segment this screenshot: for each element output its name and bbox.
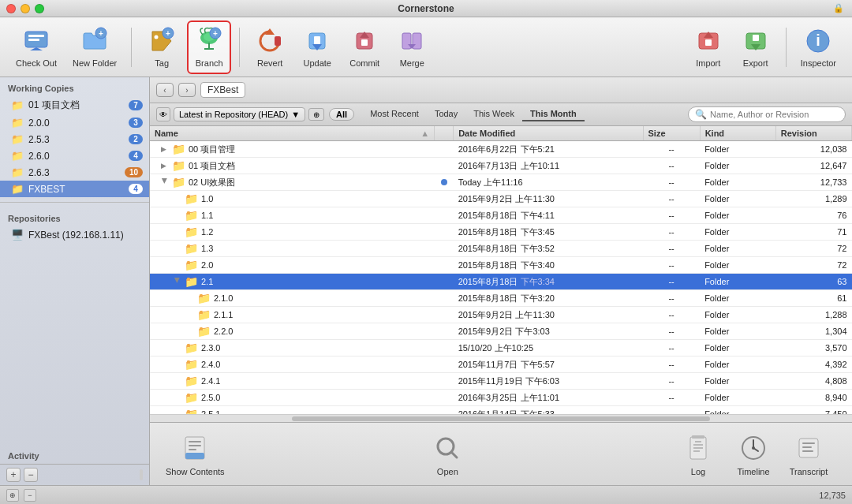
svg-line-38 [451,452,457,457]
dot-cell [435,207,454,224]
file-name-text: 2.0 [201,260,213,270]
filter-tabs: Most Recent Today This Week This Month [362,107,585,121]
sidebar-item-label: 2.0.0 [28,118,124,129]
table-row[interactable]: 📁1.12015年8月18日 下午4:11--Folder76 [150,207,852,224]
transcript-label: Transcript [790,467,828,476]
table-row[interactable]: 📁2.1.02015年8月18日 下午3:20--Folder61 [150,290,852,307]
show-contents-button[interactable]: Show Contents [166,432,225,476]
toolbar-commit[interactable]: Commit [342,22,387,73]
expand-arrow[interactable]: ▶ [161,145,169,153]
size-cell: -- [643,307,700,323]
toolbar-branch[interactable]: + Branch [187,21,231,74]
table-row[interactable]: 📁2.5.02016年3月25日 上午11:01--Folder8,940 [150,390,852,406]
table-row[interactable]: 📁2.5.12016年1月14日 下午5:33--Folder7,450 [150,406,852,415]
table-row[interactable]: 📁2.2.02015年9月2日 下午3:03--Folder1,304 [150,323,852,340]
sidebar-item-fxbest[interactable]: 📁 FXBEST 4 [0,181,149,197]
expand-arrow[interactable]: ▶ [174,278,181,286]
table-row[interactable]: 📁2.02015年8月18日 下午3:40--Folder72 [150,257,852,274]
kind-cell: Folder [700,307,775,323]
date-value: 2015年8月18日 [458,227,518,237]
branch-action-button[interactable]: ⊕ [308,108,324,121]
table-row[interactable]: ▶📁01 项目文档2016年7月13日 上午10:11--Folder12,64… [150,158,852,174]
minimize-button[interactable] [21,4,30,13]
add-button[interactable]: + [6,468,21,482]
status-remove-button[interactable]: − [24,489,36,502]
sidebar-item-260[interactable]: 📁 2.6.0 4 [0,147,149,164]
toolbar-inspector[interactable]: i Inspector [794,22,843,73]
date-cell: 2015年9月2日 上午11:30 [454,191,643,207]
maximize-button[interactable] [35,4,44,13]
branch-selector[interactable]: Latest in Repository (HEAD) ▼ [174,107,305,121]
expand-arrow[interactable]: ▶ [161,162,169,170]
sidebar-item-263[interactable]: 📁 2.6.3 10 [0,164,149,181]
table-row[interactable]: 📁2.4.02015年11月7日 下午5:57--Folder4,392 [150,357,852,373]
toolbar-checkout[interactable]: Check Out [9,22,63,73]
toolbar-tag[interactable]: + Tag [140,22,184,73]
col-kind[interactable]: Kind [700,126,775,141]
dot-cell [435,141,454,158]
table-row[interactable]: 📁2.1.12015年9月2日 上午11:30--Folder1,288 [150,307,852,323]
time-value: 下午4:11 [521,211,555,220]
transcript-button[interactable]: Transcript [781,432,836,476]
date-cell: 2016年3月25日 上午11:01 [454,390,643,406]
toolbar-import[interactable]: Import [686,22,731,73]
toolbar-update[interactable]: Update [295,22,339,73]
toolbar-revert[interactable]: Revert [248,22,292,73]
table-row[interactable]: ▶📁02 UI效果图Today 上午11:16--Folder12,733 [150,174,852,191]
date-cell: 2015年8月18日 下午3:20 [454,290,643,307]
all-filter-button[interactable]: All [329,108,354,121]
table-row[interactable]: 📁1.02015年9月2日 上午11:30--Folder1,289 [150,191,852,207]
timeline-button[interactable]: Timeline [726,432,781,476]
forward-button[interactable]: › [178,83,196,97]
kind-cell: Folder [700,257,775,274]
file-table-container[interactable]: Name ▲ Date Modified Size Kind Revision … [150,126,852,414]
search-input[interactable] [710,110,839,119]
show-contents-icon [179,432,211,464]
toolbar-sep-3 [786,28,787,67]
table-row[interactable]: ▶📁2.12015年8月18日 下午3:34--Folder63 [150,274,852,290]
file-name-cell: 📁2.4.0 [150,357,435,373]
scroll-bar[interactable] [150,414,852,422]
col-date[interactable]: Date Modified [454,126,643,141]
dot-cell [435,373,454,390]
col-size[interactable]: Size [643,126,700,141]
status-add-button[interactable]: ⊕ [6,489,19,502]
folder-icon: 📁 [185,192,198,205]
sidebar-item-01-docs[interactable]: 📁 01 项目文档 7 [0,96,149,114]
sidebar-item-200[interactable]: 📁 2.0.0 3 [0,114,149,131]
table-row[interactable]: 📁1.32015年8月18日 下午3:52--Folder72 [150,241,852,257]
log-button[interactable]: Log [671,432,726,476]
dot-cell [435,323,454,340]
file-name-cell: 📁2.2.0 [150,323,435,340]
col-name[interactable]: Name ▲ [150,126,435,141]
close-button[interactable] [6,4,16,13]
folder-icon: 📁 [11,99,24,111]
open-button[interactable]: Open [420,432,475,476]
table-row[interactable]: 📁1.22015年8月18日 下午3:45--Folder71 [150,224,852,241]
tab-this-week[interactable]: This Week [465,107,522,121]
tab-today[interactable]: Today [427,107,465,121]
remove-button[interactable]: − [24,468,38,482]
table-row[interactable]: 📁2.3.015/10/20 上午10:25--Folder3,570 [150,340,852,357]
svg-rect-17 [314,36,320,44]
resize-handle[interactable] [140,469,143,480]
log-icon [682,432,714,464]
table-row[interactable]: ▶📁00 项目管理2016年6月22日 下午5:21--Folder12,038 [150,141,852,158]
toolbar-merge[interactable]: Merge [390,22,434,73]
folder-icon: 📁 [172,159,185,172]
kind-cell: Folder [700,141,775,158]
expand-arrow[interactable]: ▶ [161,178,169,186]
dot-cell [435,158,454,174]
tab-this-month[interactable]: This Month [522,107,585,121]
toolbar-export[interactable]: Export [734,22,778,73]
toolbar-new-folder[interactable]: + New Folder [66,22,123,73]
eye-button[interactable]: 👁 [156,107,170,121]
sidebar-item-253[interactable]: 📁 2.5.3 2 [0,131,149,147]
col-revision[interactable]: Revision [775,126,851,141]
file-name-cell: ▶📁01 项目文档 [150,158,435,174]
back-button[interactable]: ‹ [156,83,174,97]
table-row[interactable]: 📁2.4.12015年11月19日 下午6:03--Folder4,808 [150,373,852,390]
sidebar-badge: 7 [129,100,143,110]
tab-most-recent[interactable]: Most Recent [362,107,427,121]
repo-item-fxbest[interactable]: 🖥️ FXBest (192.168.1.11) [0,226,149,243]
